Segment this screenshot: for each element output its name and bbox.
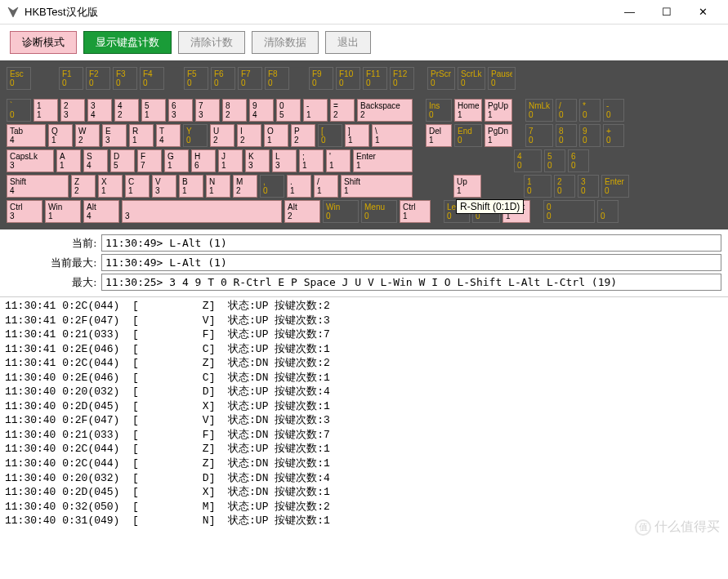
key-space[interactable]: 3 xyxy=(122,200,282,223)
key-up[interactable]: Up1 xyxy=(453,175,481,198)
key-enter[interactable]: Enter0 xyxy=(601,175,629,198)
key-prscr[interactable]: PrScr0 xyxy=(427,67,455,90)
key-s[interactable]: S4 xyxy=(83,149,108,172)
key-x[interactable]: X1 xyxy=(98,175,123,198)
key-[interactable]: .1 xyxy=(287,175,311,198)
key-f[interactable]: F7 xyxy=(137,149,162,172)
key-d[interactable]: D5 xyxy=(110,149,135,172)
key-o[interactable]: O1 xyxy=(264,124,288,147)
key-3[interactable]: 30 xyxy=(578,175,599,198)
key-[interactable]: [0 xyxy=(318,124,342,147)
key-m[interactable]: M2 xyxy=(233,175,257,198)
key-alt[interactable]: Alt2 xyxy=(284,200,320,223)
key-[interactable]: ]1 xyxy=(345,124,369,147)
key-[interactable]: ;1 xyxy=(299,149,324,172)
key-f8[interactable]: F80 xyxy=(265,67,289,90)
key-f10[interactable]: F100 xyxy=(336,67,360,90)
key-f5[interactable]: F50 xyxy=(184,67,208,90)
key-ctrl[interactable]: Ctrl1 xyxy=(400,200,431,223)
key-t[interactable]: T4 xyxy=(156,124,181,147)
key-g[interactable]: G1 xyxy=(164,149,189,172)
key-5[interactable]: 51 xyxy=(141,99,166,122)
key-f2[interactable]: F20 xyxy=(86,67,110,90)
key-h[interactable]: H6 xyxy=(191,149,216,172)
key-8[interactable]: 82 xyxy=(222,99,247,122)
key-n[interactable]: N1 xyxy=(206,175,230,198)
key-2[interactable]: 23 xyxy=(60,99,85,122)
key-l[interactable]: L3 xyxy=(272,149,297,172)
key-ctrl[interactable]: Ctrl3 xyxy=(7,200,42,223)
key-alt[interactable]: Alt4 xyxy=(83,200,119,223)
key-r[interactable]: R1 xyxy=(129,124,154,147)
key-f1[interactable]: F10 xyxy=(59,67,83,90)
current-input[interactable] xyxy=(101,234,721,252)
key-3[interactable]: 34 xyxy=(87,99,112,122)
key-[interactable]: .0 xyxy=(597,200,619,223)
key-home[interactable]: Home1 xyxy=(454,99,482,122)
key-f3[interactable]: F30 xyxy=(113,67,137,90)
key-e[interactable]: E3 xyxy=(102,124,127,147)
minimize-button[interactable]: — xyxy=(611,0,648,24)
key-u[interactable]: U2 xyxy=(210,124,234,147)
exit-button[interactable]: 退出 xyxy=(325,31,371,54)
key-0[interactable]: 05 xyxy=(276,99,301,122)
key-j[interactable]: J1 xyxy=(218,149,243,172)
key-end[interactable]: End0 xyxy=(454,124,482,147)
key-q[interactable]: Q1 xyxy=(48,124,73,147)
key-9[interactable]: 90 xyxy=(579,124,601,147)
key-7[interactable]: 70 xyxy=(525,124,553,147)
key-[interactable]: -0 xyxy=(603,99,624,122)
key-f6[interactable]: F60 xyxy=(211,67,235,90)
maximize-button[interactable]: ☐ xyxy=(648,0,685,24)
key-nmlk[interactable]: NmLk0 xyxy=(525,99,553,122)
key-f4[interactable]: F40 xyxy=(140,67,164,90)
key-y[interactable]: Y0 xyxy=(183,124,208,147)
show-count-button[interactable]: 显示键盘计数 xyxy=(83,31,172,54)
key-w[interactable]: W2 xyxy=(75,124,100,147)
key-[interactable]: '1 xyxy=(326,149,351,172)
key-4[interactable]: 40 xyxy=(514,149,542,172)
key-f12[interactable]: F120 xyxy=(390,67,414,90)
key-1[interactable]: 10 xyxy=(524,175,552,198)
key-c[interactable]: C1 xyxy=(125,175,150,198)
key-2[interactable]: 20 xyxy=(554,175,575,198)
key-6[interactable]: 60 xyxy=(568,149,589,172)
key-pgup[interactable]: PgUp1 xyxy=(485,99,512,122)
key-5[interactable]: 50 xyxy=(544,149,565,172)
key-v[interactable]: V3 xyxy=(152,175,176,198)
key-i[interactable]: I2 xyxy=(237,124,261,147)
key-1[interactable]: 11 xyxy=(33,99,58,122)
key-[interactable]: /0 xyxy=(556,99,577,122)
key-f7[interactable]: F70 xyxy=(238,67,262,90)
clear-data-button[interactable]: 清除数据 xyxy=(252,31,319,54)
key-[interactable]: =2 xyxy=(330,99,355,122)
current-max-input[interactable] xyxy=(101,254,721,271)
key-6[interactable]: 63 xyxy=(168,99,193,122)
key-[interactable]: ,0 xyxy=(260,175,284,198)
key-f11[interactable]: F110 xyxy=(363,67,387,90)
key-7[interactable]: 73 xyxy=(195,99,220,122)
key-[interactable]: `0 xyxy=(7,99,31,122)
log-area[interactable]: 11:30:41 0:2C(044) [ Z] 状态:UP 按键次数:2 11:… xyxy=(0,297,728,542)
key-esc[interactable]: Esc0 xyxy=(7,67,31,90)
key-[interactable]: *0 xyxy=(579,99,601,122)
clear-count-button[interactable]: 清除计数 xyxy=(178,31,245,54)
key-[interactable]: -1 xyxy=(303,99,328,122)
key-4[interactable]: 42 xyxy=(114,99,139,122)
key-del[interactable]: Del1 xyxy=(426,124,452,147)
close-button[interactable]: ✕ xyxy=(685,0,721,24)
key-b[interactable]: B1 xyxy=(179,175,203,198)
key-capslk[interactable]: CapsLk3 xyxy=(7,149,54,172)
key-[interactable]: /1 xyxy=(314,175,338,198)
key-tab[interactable]: Tab4 xyxy=(7,124,46,147)
key-a[interactable]: A1 xyxy=(56,149,81,172)
key-shift[interactable]: Shift1 xyxy=(341,175,413,198)
key-9[interactable]: 94 xyxy=(249,99,274,122)
key-0[interactable]: 00 xyxy=(543,200,595,223)
key-win[interactable]: Win1 xyxy=(45,200,81,223)
key-pgdn[interactable]: PgDn1 xyxy=(485,124,512,147)
key-pause[interactable]: Pause0 xyxy=(488,67,516,90)
key-scrlk[interactable]: ScrLk0 xyxy=(458,67,485,90)
diag-mode-button[interactable]: 诊断模式 xyxy=(10,31,77,54)
key-8[interactable]: 80 xyxy=(556,124,577,147)
